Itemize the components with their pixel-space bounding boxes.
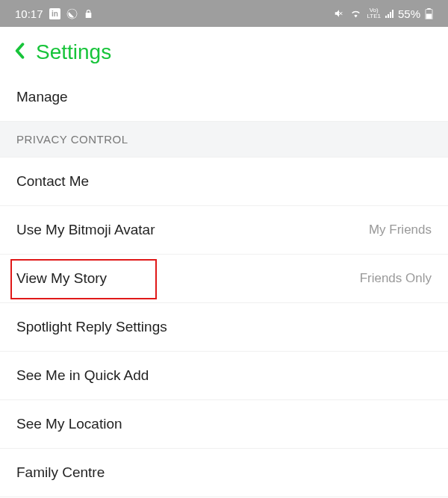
list-item-see-my-location[interactable]: See My Location — [0, 400, 448, 449]
svg-text:in: in — [52, 10, 58, 18]
list-item-label: Contact Me — [16, 173, 89, 190]
list-item-label: Use My Bitmoji Avatar — [16, 222, 155, 238]
list-item-spotlight-reply-settings[interactable]: Spotlight Reply Settings — [0, 303, 448, 352]
page-title: Settings — [36, 40, 111, 64]
back-icon[interactable] — [13, 43, 25, 62]
list-item-value: My Friends — [369, 222, 432, 237]
page-header: Settings — [0, 27, 448, 73]
list-item-see-me-in-quick-add[interactable]: See Me in Quick Add — [0, 352, 448, 400]
circle-check-icon — [66, 8, 78, 19]
lte-indicator: Vo) LTE1 — [367, 7, 381, 19]
svg-rect-5 — [426, 13, 432, 19]
list-item-label: View My Story — [16, 270, 107, 287]
section-header: PRIVACY CONTROL — [0, 122, 448, 158]
battery-percent: 55% — [398, 7, 420, 20]
list-item-value: Friends Only — [360, 271, 432, 286]
list-item-use-my-bitmoji-avatar[interactable]: Use My Bitmoji AvatarMy Friends — [0, 206, 448, 255]
list-item-label: See Me in Quick Add — [16, 367, 149, 384]
status-right: Vo) LTE1 55% — [333, 7, 433, 20]
battery-icon — [425, 8, 433, 19]
status-bar: 10:17 in Vo) LTE1 55% — [0, 0, 448, 27]
list-item-family-centre[interactable]: Family Centre — [0, 449, 448, 497]
wifi-icon — [349, 9, 362, 19]
linkedin-icon: in — [49, 8, 60, 19]
status-time: 10:17 — [15, 7, 43, 20]
list-item-label: Manage — [16, 89, 68, 105]
lock-icon — [84, 8, 93, 19]
list-item-manage[interactable]: Manage — [0, 73, 448, 122]
signal-icon — [385, 9, 393, 18]
list-item-label: See My Location — [16, 416, 122, 432]
mute-icon — [333, 8, 345, 19]
status-left: 10:17 in — [15, 7, 93, 20]
list-item-label: Family Centre — [16, 464, 105, 481]
list-item-view-my-story[interactable]: View My StoryFriends Only — [0, 255, 448, 303]
settings-list: ManagePRIVACY CONTROLContact MeUse My Bi… — [0, 73, 448, 497]
list-item-label: Spotlight Reply Settings — [16, 319, 167, 335]
list-item-contact-me[interactable]: Contact Me — [0, 158, 448, 206]
